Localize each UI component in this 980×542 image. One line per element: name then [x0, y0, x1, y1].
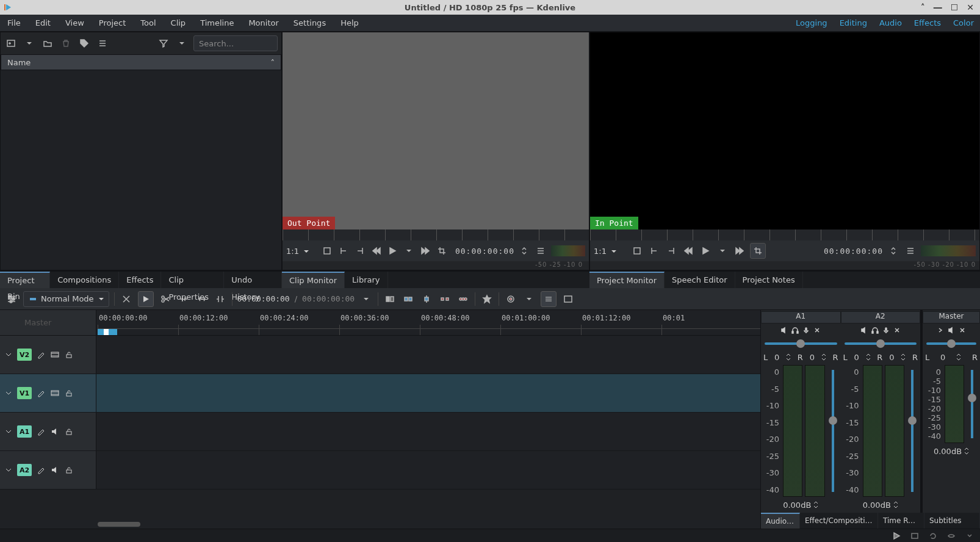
timeline-scrollbar[interactable] — [0, 520, 760, 529]
tab-time-remap[interactable]: Time Re… — [878, 513, 924, 529]
effects-icon[interactable] — [959, 327, 966, 334]
menu-project[interactable]: Project — [92, 15, 133, 32]
gain-db[interactable]: 0.00dB — [863, 500, 891, 510]
rewind-icon[interactable] — [370, 244, 383, 258]
balance-right-value[interactable]: 0 — [889, 353, 894, 362]
track-head[interactable]: A1 — [0, 413, 96, 450]
maximize-icon[interactable]: ☐ — [951, 2, 959, 12]
balance-left-value[interactable]: 0 — [854, 353, 859, 362]
clip-monitor-ruler[interactable] — [283, 229, 589, 240]
channel-name[interactable]: A2 — [841, 311, 921, 323]
spinner-icon[interactable] — [518, 244, 531, 258]
tab-project-notes[interactable]: Project Notes — [735, 272, 803, 288]
balance-slider[interactable] — [923, 337, 980, 350]
edit-icon[interactable] — [37, 389, 45, 397]
slip-tool-icon[interactable] — [195, 292, 209, 306]
balance-right-value[interactable]: 0 — [810, 353, 815, 362]
project-timecode[interactable]: 00:00:00:00 — [824, 247, 883, 256]
track-label[interactable]: V2 — [17, 349, 32, 361]
volume-fader[interactable] — [967, 365, 978, 443]
tab-subtitles[interactable]: Subtitles — [924, 513, 980, 529]
lock-icon[interactable] — [65, 466, 73, 474]
forward-icon[interactable] — [733, 244, 746, 258]
set-out-icon[interactable] — [353, 244, 366, 258]
track-body[interactable] — [96, 451, 760, 489]
headphones-icon[interactable] — [871, 327, 879, 334]
balance-slider[interactable] — [761, 337, 841, 350]
tracks-area[interactable]: V2V1A1A2 — [0, 336, 760, 520]
status-play-icon[interactable] — [891, 530, 902, 541]
track-label[interactable]: A1 — [17, 425, 32, 438]
chevron-down-icon[interactable] — [403, 244, 416, 258]
mic-icon[interactable] — [802, 327, 810, 334]
workspace-effects[interactable]: Effects — [908, 15, 947, 32]
tab-clip-properties[interactable]: Clip Properties — [161, 272, 224, 288]
zone-in-icon[interactable] — [630, 244, 644, 258]
project-monitor-viewport[interactable]: In Point — [590, 32, 979, 229]
set-out-icon[interactable] — [665, 244, 678, 258]
timeline-ruler[interactable]: Master 00:00:00:00 00:00:12:00 00:00:24:… — [0, 310, 760, 336]
keep-above-icon[interactable]: ˄ — [921, 2, 925, 12]
bin-empty-area[interactable] — [1, 70, 281, 270]
settings-icon[interactable] — [5, 292, 18, 306]
tab-speech-editor[interactable]: Speech Editor — [665, 272, 735, 288]
balance-slider[interactable] — [841, 337, 921, 350]
scrollbar-thumb[interactable] — [98, 522, 140, 527]
speaker-icon[interactable] — [780, 327, 788, 334]
lock-icon[interactable] — [65, 389, 73, 397]
film-icon[interactable] — [50, 350, 60, 360]
clip-timecode[interactable]: 00:00:00:00 — [455, 247, 514, 256]
rewind-icon[interactable] — [682, 244, 695, 258]
edit-mode-select[interactable]: Normal Mode — [23, 291, 109, 307]
chevron-down-icon[interactable] — [175, 37, 189, 50]
expand-icon[interactable] — [937, 327, 944, 334]
track-body[interactable] — [96, 336, 760, 374]
menu-monitor[interactable]: Monitor — [241, 15, 286, 32]
ripple-tool-icon[interactable] — [214, 292, 227, 306]
spinner-icon[interactable] — [887, 244, 900, 258]
tab-compositions[interactable]: Compositions — [50, 272, 119, 288]
filter-icon[interactable] — [157, 37, 170, 50]
speaker-icon[interactable] — [50, 427, 60, 436]
edit-icon[interactable] — [37, 427, 45, 436]
edit-icon[interactable] — [37, 466, 45, 474]
chevron-down-icon[interactable] — [359, 292, 373, 306]
workspace-audio[interactable]: Audio — [873, 15, 908, 32]
set-in-icon[interactable] — [647, 244, 661, 258]
record-icon[interactable] — [504, 292, 517, 306]
status-visibility-icon[interactable] — [946, 530, 957, 541]
speaker-icon[interactable] — [860, 327, 868, 334]
minimize-icon[interactable]: ― — [934, 2, 942, 12]
track-compositing-icon[interactable] — [120, 292, 133, 306]
workspace-editing[interactable]: Editing — [834, 15, 873, 32]
spacer-tool-icon[interactable] — [177, 292, 190, 306]
tab-library[interactable]: Library — [345, 272, 387, 288]
track-head[interactable]: V1 — [0, 374, 96, 412]
menu-edit[interactable]: Edit — [28, 15, 58, 32]
lift-icon[interactable] — [456, 292, 470, 306]
track-label[interactable]: A2 — [17, 464, 32, 476]
razor-tool-icon[interactable] — [159, 292, 172, 306]
crop-icon[interactable] — [435, 244, 448, 258]
gain-db[interactable]: 0.00dB — [783, 500, 811, 510]
effects-icon[interactable] — [893, 327, 901, 334]
lock-icon[interactable] — [65, 427, 73, 436]
tab-clip-monitor[interactable]: Clip Monitor — [282, 272, 345, 288]
gain-db[interactable]: 0.00dB — [934, 447, 962, 456]
menu-view[interactable]: View — [58, 15, 92, 32]
track-body[interactable] — [96, 413, 760, 450]
hamburger-icon[interactable] — [535, 244, 547, 258]
collapse-icon[interactable] — [5, 428, 12, 435]
volume-fader[interactable] — [827, 365, 838, 497]
chevron-down-icon[interactable] — [716, 244, 729, 258]
status-layers-icon[interactable] — [909, 530, 920, 541]
film-icon[interactable] — [50, 388, 60, 398]
channel-name[interactable]: Master — [923, 311, 980, 323]
bin-column-header[interactable]: Name ˄ — [1, 54, 281, 70]
workspace-logging[interactable]: Logging — [790, 15, 834, 32]
forward-icon[interactable] — [419, 244, 431, 258]
overwrite-icon[interactable] — [402, 292, 415, 306]
selection-tool-icon[interactable] — [138, 291, 154, 307]
play-icon[interactable] — [699, 244, 712, 258]
tab-project-bin[interactable]: Project Bin — [0, 272, 50, 288]
